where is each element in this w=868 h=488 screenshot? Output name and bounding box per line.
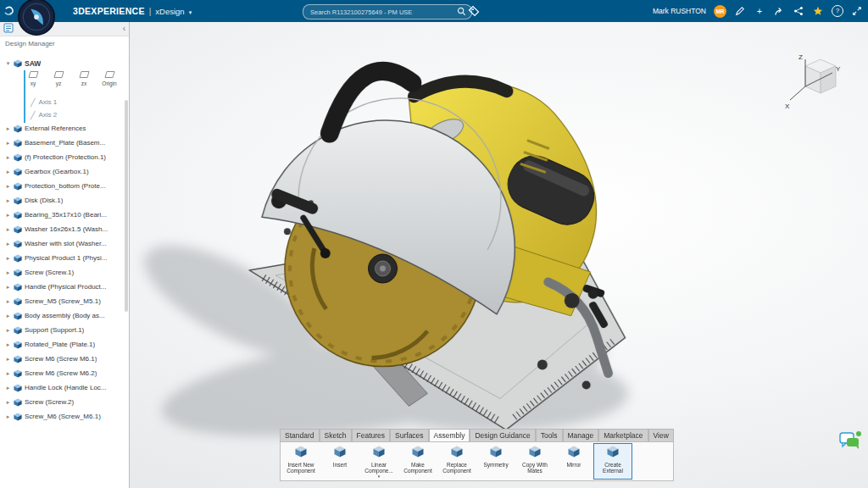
expand-arrow-icon[interactable]: ▸ (5, 169, 11, 175)
axis-item[interactable]: ╱ Axis 1 (0, 96, 129, 108)
ribbon-tab[interactable]: Standard (280, 429, 320, 441)
expand-arrow-icon[interactable]: ▸ (5, 212, 11, 219)
tree-item[interactable]: ▸ Physical Product 1 (Physi... (0, 251, 129, 265)
tree-root-saw[interactable]: ▾ SAW (0, 56, 129, 70)
expand-arrow-icon[interactable]: ▸ (5, 313, 11, 319)
reference-plane[interactable]: yz (49, 70, 68, 86)
action-button[interactable]: Symmetry (476, 443, 515, 480)
tree-item-label: Screw (Screw.1) (25, 269, 74, 276)
tree-item[interactable]: ▸ Screw (Screw.1) (0, 265, 129, 280)
ribbon-tab[interactable]: Assembly (429, 429, 470, 441)
tree-item[interactable]: ▸ Basement_Plate (Basem... (0, 136, 129, 150)
tree-item[interactable]: ▸ External References (0, 121, 129, 136)
tree-item-label: Screw M6 (Screw M6.1) (25, 355, 97, 363)
action-button[interactable]: Replace Component (437, 443, 476, 480)
tree-item[interactable]: ▸ Body assembly (Body as... (0, 308, 129, 323)
help-icon[interactable]: ? (832, 5, 843, 17)
tree-item[interactable]: ▸ Screw_M5 (Screw_M5.1) (0, 294, 129, 308)
edit-icon[interactable] (734, 6, 746, 16)
collapse-panel-icon[interactable]: ‹ (123, 23, 125, 35)
chevron-down-icon[interactable]: ▾ (189, 9, 192, 16)
tree-item[interactable]: ▸ Disk (Disk.1) (0, 193, 129, 208)
app-brand[interactable]: 3DEXPERIENCE | xDesign ▾ (73, 6, 192, 16)
ribbon-tab[interactable]: Tools (536, 429, 563, 441)
compass-logo[interactable] (17, 0, 56, 36)
share-icon[interactable] (773, 6, 785, 16)
expand-arrow-icon[interactable]: ▸ (5, 125, 11, 132)
axis-item[interactable]: ╱ Axis 2 (0, 108, 129, 121)
tree-item[interactable]: ▸ Bearing_35x17x10 (Beari... (0, 208, 129, 222)
expand-arrow-icon[interactable]: ▸ (5, 241, 11, 247)
fullscreen-icon[interactable] (851, 6, 863, 16)
tree-item[interactable]: ▸ Screw (Screw.2) (0, 395, 129, 409)
action-button[interactable]: Insert (320, 443, 359, 480)
add-icon[interactable]: + (754, 5, 765, 17)
expand-arrow-icon[interactable]: ▸ (5, 269, 11, 276)
expand-arrow-icon[interactable]: ▸ (5, 154, 11, 161)
apps-icon[interactable] (812, 6, 824, 16)
expand-arrow-icon[interactable]: ▸ (5, 183, 11, 190)
network-icon[interactable] (793, 6, 804, 16)
expand-arrow-icon[interactable]: ▸ (5, 197, 11, 204)
axis-icon: ╱ (31, 111, 35, 119)
tree-item-label: Gearbox (Gearbox.1) (25, 168, 89, 175)
tree-item[interactable]: ▸ Protection_bottom (Prote... (0, 179, 129, 193)
tree-item[interactable]: ▸ Screw M6 (Screw M6.1) (0, 352, 129, 366)
tree-item[interactable]: ▸ Gearbox (Gearbox.1) (0, 164, 129, 179)
axis-icon: ╱ (31, 98, 35, 107)
tree-item[interactable]: ▸ Support (Support.1) (0, 323, 129, 337)
ribbon-tab[interactable]: Surfaces (390, 429, 429, 441)
action-button[interactable]: Mirror (554, 443, 593, 480)
tree-item[interactable]: ▸ Rotated_Plate (Plate.1) (0, 337, 129, 352)
tree-item[interactable]: ▸ Washer with slot (Washer... (0, 236, 129, 251)
tree-item[interactable]: ▸ Handle Lock (Handle Loc... (0, 380, 129, 395)
tree-item[interactable]: ▸ Screw_M6 (Screw_M6.1) (0, 409, 129, 424)
ribbon-tab[interactable]: Features (352, 429, 391, 441)
action-button[interactable]: Linear Compone... ▾ (359, 443, 398, 480)
expand-arrow-icon[interactable]: ▸ (5, 385, 11, 391)
tree-item[interactable]: ▸ Screw M6 (Screw M6.2) (0, 366, 129, 380)
tree-item[interactable]: ▸ Washer 16x26x1.5 (Wash... (0, 222, 129, 236)
avatar[interactable]: MR (714, 5, 726, 18)
ribbon-tab[interactable]: View (648, 429, 674, 441)
view-triad[interactable]: Z Y X (783, 49, 846, 114)
ribbon-tab[interactable]: Sketch (320, 429, 352, 441)
expand-arrow-icon[interactable]: ▸ (5, 284, 11, 291)
tree-item[interactable]: ▸ Handle (Physical Product... (0, 280, 129, 294)
reference-plane[interactable]: zx (75, 70, 93, 86)
expand-arrow-icon[interactable]: ▸ (5, 327, 11, 334)
user-name[interactable]: Mark RUSHTON (653, 7, 706, 15)
expand-arrow-icon[interactable]: ▸ (5, 356, 11, 363)
ribbon-tab[interactable]: Marketplace (598, 429, 648, 441)
search-bar[interactable] (303, 4, 472, 19)
action-button[interactable]: Create External (593, 443, 632, 480)
reference-plane[interactable]: xy (24, 70, 42, 86)
tree-item-label: Disk (Disk.1) (25, 197, 63, 204)
tag-icon[interactable] (468, 5, 480, 17)
action-button[interactable]: Insert New Component (281, 443, 320, 480)
expand-arrow-icon[interactable]: ▸ (5, 370, 11, 377)
ribbon-tab[interactable]: Design Guidance (470, 429, 535, 441)
tree-item[interactable]: ▸ (f) Protection (Protection.1) (0, 150, 129, 164)
design-manager-icon[interactable] (3, 21, 14, 36)
ribbon-tab[interactable]: Manage (563, 429, 599, 441)
action-button[interactable]: Make Component (398, 443, 437, 480)
expand-arrow-icon[interactable]: ▸ (5, 341, 11, 348)
search-input[interactable] (309, 8, 457, 17)
search-icon[interactable] (457, 4, 466, 19)
expand-arrow-icon[interactable]: ▸ (5, 413, 11, 420)
tree-item-label: Support (Support.1) (25, 326, 84, 334)
chat-icon[interactable] (839, 430, 861, 454)
expand-arrow-icon[interactable]: ▸ (5, 399, 11, 406)
viewport-3d[interactable]: Z Y X Standard Sketch Features Surfaces … (129, 22, 868, 488)
tree-scrollbar[interactable] (125, 100, 128, 312)
brand-divider: | (149, 7, 152, 16)
tree-item-label: Screw M6 (Screw M6.2) (25, 369, 97, 377)
expand-arrow-icon[interactable]: ▸ (5, 226, 11, 233)
action-button[interactable]: Copy With Mates (515, 443, 554, 480)
expand-arrow-icon[interactable]: ▸ (5, 140, 11, 147)
reference-plane[interactable]: Origin (100, 70, 119, 86)
expand-arrow-icon[interactable]: ▸ (5, 298, 11, 305)
expand-arrow-icon[interactable]: ▸ (5, 255, 11, 262)
collapse-arrow-icon[interactable]: ▾ (5, 60, 11, 67)
